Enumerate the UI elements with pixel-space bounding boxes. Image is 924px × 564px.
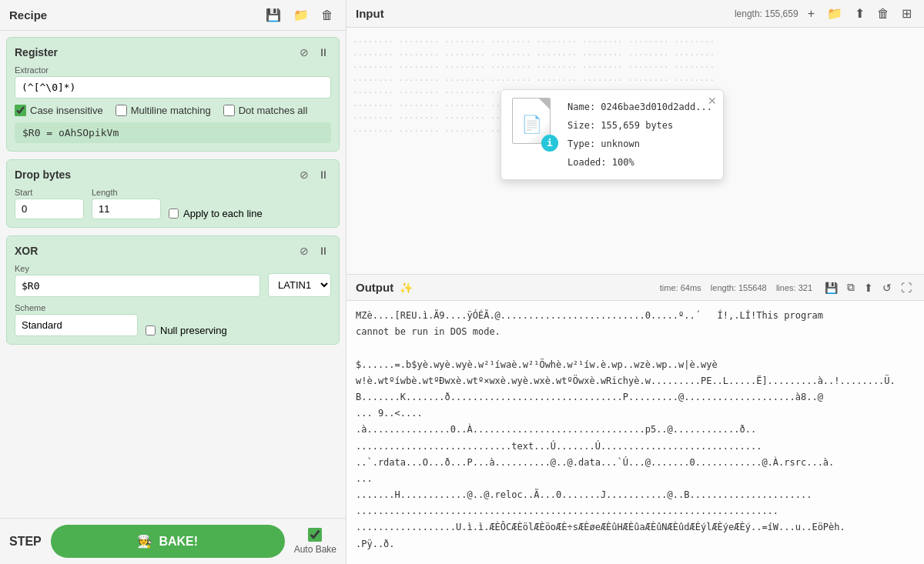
output-line-14: ..................U.ì.ì.ÆÈÔCÆÈölÆÈöoÆÈ÷s…: [356, 520, 915, 535]
output-lines-label: lines:: [776, 283, 796, 292]
key-input-group: Key: [15, 264, 260, 297]
auto-bake-checkbox[interactable]: [308, 528, 322, 542]
output-line-12: .......H............@..@.reloc..Ã...0...…: [356, 488, 915, 502]
length-label: length:: [735, 8, 762, 19]
drop-bytes-header: Drop bytes ⊘ ⏸: [15, 168, 331, 182]
file-size-value: 155,659 bytes: [601, 120, 673, 131]
register-disable-button[interactable]: ⊘: [297, 45, 311, 59]
encoding-select[interactable]: LATIN1: [268, 273, 331, 297]
expand-output-button[interactable]: ⛶: [898, 280, 915, 295]
file-tooltip-close-button[interactable]: ✕: [708, 95, 717, 107]
auto-bake-label: Auto Bake: [294, 544, 336, 555]
xor-key-row: Key LATIN1: [15, 264, 331, 297]
output-line-1: MZè....[REU.ì.Ã9....ÿÓÉÃ.@..............…: [356, 309, 915, 323]
null-preserving-checkbox[interactable]: [146, 325, 156, 335]
file-name-label: Name:: [567, 102, 595, 112]
case-insensitive-checkbox[interactable]: [15, 105, 26, 116]
input-length-info: length: 155,659: [735, 8, 798, 19]
delete-recipe-button[interactable]: 🗑: [318, 7, 336, 24]
dot-matches-label: Dot matches all: [239, 105, 308, 116]
extractor-input-group: Extractor: [15, 65, 331, 98]
file-tooltip-content: 📄 i Name: 0246bae3d010d2add... Size: 155…: [512, 98, 712, 172]
copy-output-button[interactable]: ⧉: [844, 279, 858, 295]
multiline-item: Multiline matching: [116, 105, 211, 116]
start-label: Start: [15, 188, 84, 197]
magic-wand-icon[interactable]: ✨: [400, 282, 413, 294]
recipe-header: Recipe 💾 📁 🗑: [0, 0, 346, 31]
case-insensitive-label: Case insensitive: [30, 105, 103, 116]
file-size-label: Size:: [567, 120, 595, 131]
register-result: $R0 = oAhSOpikVm: [15, 122, 331, 143]
output-line-13: ........................................…: [356, 504, 915, 519]
xor-disable-button[interactable]: ⊘: [297, 244, 311, 258]
null-preserving-item: Null preserving: [146, 325, 227, 336]
input-header-controls: length: 155,659 + 📁 ⬆ 🗑 ⊞: [735, 5, 915, 22]
output-area[interactable]: MZè....[REU.ì.Ã9....ÿÓÉÃ.@..............…: [346, 301, 924, 564]
steps-container: Register ⊘ ⏸ Extractor Case insensitive: [0, 31, 346, 518]
drop-bytes-name: Drop bytes: [15, 169, 71, 181]
export-output-button[interactable]: ⬆: [861, 280, 876, 295]
length-input[interactable]: [92, 199, 161, 219]
multiline-checkbox[interactable]: [116, 105, 127, 116]
recipe-title: Recipe: [9, 8, 47, 22]
left-panel: Recipe 💾 📁 🗑 Register ⊘ ⏸ Ext: [0, 0, 346, 564]
register-pause-button[interactable]: ⏸: [316, 45, 331, 59]
key-input[interactable]: [15, 275, 260, 297]
output-length-label: length:: [711, 283, 736, 292]
grid-view-button[interactable]: ⊞: [899, 5, 915, 22]
length-label: Length: [92, 188, 161, 197]
dot-matches-item: Dot matches all: [223, 105, 308, 116]
file-icon: 📄 i: [512, 98, 558, 152]
scheme-input-group: Scheme: [15, 303, 138, 336]
bottom-bar: STEP 🧑‍🍳 BAKE! Auto Bake: [0, 518, 346, 564]
auto-bake-group: Auto Bake: [294, 528, 336, 555]
xor-pause-button[interactable]: ⏸: [316, 244, 331, 258]
input-title: Input: [356, 7, 384, 20]
drop-bytes-disable-button[interactable]: ⊘: [297, 168, 311, 182]
file-loaded-row: Loaded: 100%: [567, 153, 712, 172]
input-area[interactable]: ........ ........ ........ ........ ....…: [346, 28, 924, 274]
undo-output-button[interactable]: ↺: [879, 280, 895, 295]
drop-bytes-step: Drop bytes ⊘ ⏸ Start Length: [6, 159, 340, 228]
output-line-3: [356, 341, 915, 355]
output-line-11: ...: [356, 472, 915, 486]
output-line-15: .Pÿ..ð.: [356, 537, 915, 552]
save-recipe-button[interactable]: 💾: [263, 6, 284, 24]
open-recipe-button[interactable]: 📁: [290, 6, 312, 24]
scheme-label: Scheme: [15, 303, 138, 312]
length-value: 155,659: [765, 8, 798, 19]
add-input-button[interactable]: +: [805, 5, 818, 22]
output-lines-value: 321: [798, 283, 812, 292]
drop-bytes-row: Start Length Apply to each line: [15, 188, 331, 219]
apply-each-item: Apply to each line: [169, 208, 263, 219]
delete-input-button[interactable]: 🗑: [874, 5, 892, 22]
output-line-2: cannot be run in DOS mode.: [356, 325, 915, 339]
file-type-value: unknown: [601, 138, 640, 149]
dot-matches-checkbox[interactable]: [223, 105, 235, 116]
extractor-input[interactable]: [15, 76, 331, 98]
case-insensitive-item: Case insensitive: [15, 105, 103, 116]
apply-each-label: Apply to each line: [183, 208, 263, 219]
xor-step-header: XOR ⊘ ⏸: [15, 244, 331, 258]
output-controls: 💾 ⧉ ⬆ ↺ ⛶: [822, 279, 915, 295]
start-input-wrapper: [15, 199, 84, 219]
file-tooltip: ✕ 📄 i Name: 0246bae3d010d2add...: [500, 89, 724, 180]
recipe-header-icons: 💾 📁 🗑: [263, 6, 336, 24]
open-file-button[interactable]: 📁: [824, 5, 845, 22]
file-details: Name: 0246bae3d010d2add... Size: 155,659…: [567, 98, 712, 172]
bake-button[interactable]: 🧑‍🍳 BAKE!: [51, 525, 285, 558]
apply-each-checkbox[interactable]: [169, 209, 179, 219]
output-length-value: 155648: [738, 283, 767, 292]
import-button[interactable]: ⬆: [852, 5, 868, 22]
step-label: STEP: [9, 535, 42, 549]
output-time-label: time:: [660, 283, 678, 292]
drop-bytes-pause-button[interactable]: ⏸: [316, 168, 331, 182]
file-size-row: Size: 155,659 bytes: [567, 116, 712, 135]
save-output-button[interactable]: 💾: [822, 280, 841, 295]
start-input[interactable]: [15, 199, 84, 219]
xor-step-name: XOR: [15, 245, 38, 257]
xor-step: XOR ⊘ ⏸ Key LATIN1: [6, 235, 340, 345]
scheme-input[interactable]: [15, 314, 138, 336]
multiline-label: Multiline matching: [131, 105, 211, 116]
start-input-group: Start: [15, 188, 84, 219]
